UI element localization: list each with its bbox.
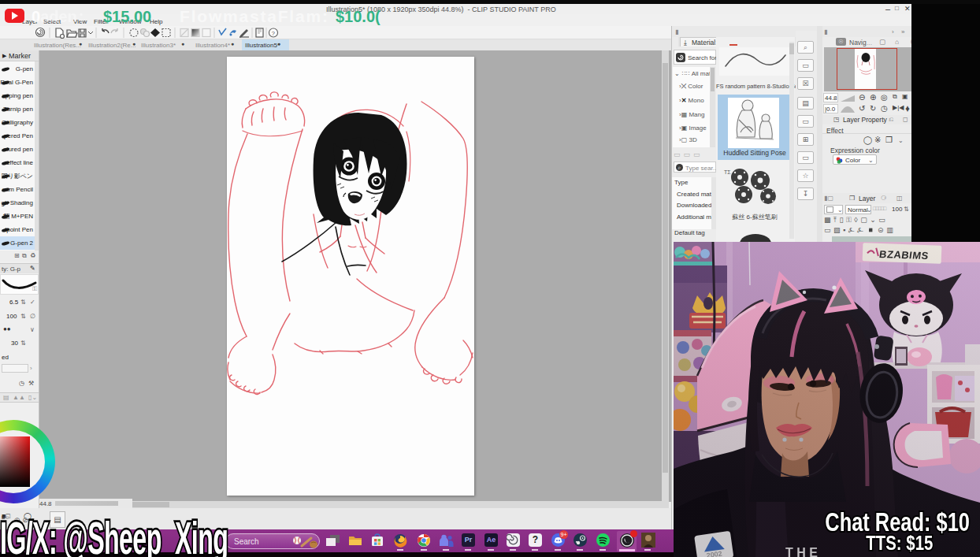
svg-text:2002: 2002 xyxy=(706,550,722,557)
svg-text:ΤΣ: ΤΣ xyxy=(724,169,731,175)
svg-text:?: ? xyxy=(272,30,276,37)
svg-text:THE: THE xyxy=(785,546,822,557)
svg-text:BZABIMS: BZABIMS xyxy=(878,248,930,262)
